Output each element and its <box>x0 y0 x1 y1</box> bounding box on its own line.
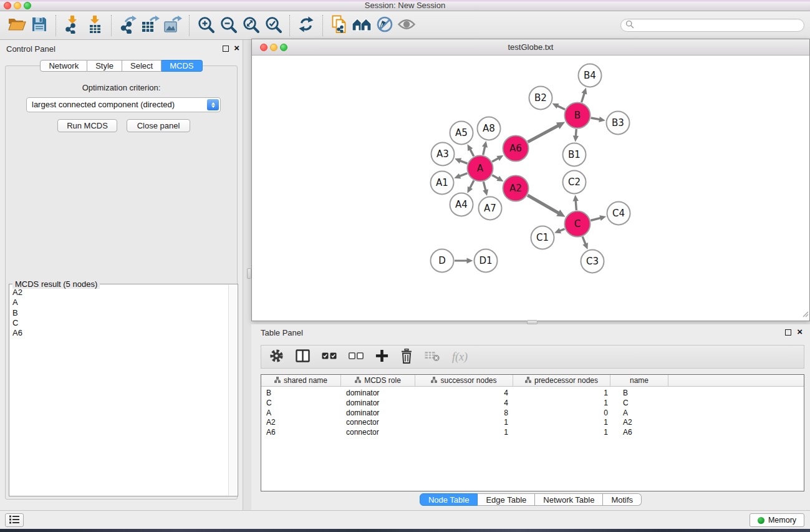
tab-mcds[interactable]: MCDS <box>162 60 202 72</box>
edge-A-A6[interactable] <box>492 158 498 162</box>
delete-column-button[interactable] <box>400 347 413 366</box>
open-session-button[interactable] <box>6 14 28 37</box>
mcds-result-list[interactable]: A2ABCA6 <box>10 286 228 495</box>
table-row[interactable]: A6connector11A6 <box>261 428 804 438</box>
export-network-button[interactable] <box>117 14 139 37</box>
zoom-in-button[interactable] <box>195 14 217 37</box>
table-cell: B <box>261 389 341 399</box>
close-panel-icon[interactable]: × <box>797 327 803 336</box>
search-field[interactable] <box>620 19 804 32</box>
edge-B-B3[interactable] <box>591 118 600 120</box>
network-canvas[interactable]: B4B2BB3A8A5A6A3B1AA1C2A2A4A7C4CC1C3DD1 <box>252 56 809 321</box>
column-header-mcds-role[interactable]: MCDS role <box>341 375 415 386</box>
column-header-name[interactable]: name <box>610 375 668 386</box>
resize-grip-icon[interactable] <box>801 309 809 320</box>
edge-A6-B[interactable] <box>528 125 558 142</box>
zoom-out-button[interactable] <box>217 14 239 37</box>
column-header-shared-name[interactable]: shared name <box>261 375 341 386</box>
tab-node-table[interactable]: Node Table <box>420 493 478 506</box>
vertical-split-handle[interactable] <box>247 268 251 279</box>
edge-C-C4[interactable] <box>591 218 600 220</box>
node-label-C: C <box>574 218 581 230</box>
network-graph: B4B2BB3A8A5A6A3B1AA1C2A2A4A7C4CC1C3DD1 <box>252 56 809 322</box>
node-label-A8: A8 <box>483 123 495 134</box>
function-builder-button[interactable]: f(x) <box>452 347 468 366</box>
float-window-icon[interactable] <box>785 329 791 336</box>
criterion-dropdown[interactable]: largest connected component (directed) <box>26 97 221 112</box>
network-window-titlebar[interactable]: testGlobe.txt <box>252 39 809 56</box>
edge-A-A2[interactable] <box>492 175 498 179</box>
tab-select[interactable]: Select <box>122 60 162 72</box>
mcds-result-scrollbar[interactable] <box>228 285 237 495</box>
horizontal-split-handle[interactable] <box>527 320 538 324</box>
edge-arrowhead <box>482 141 488 148</box>
edge-A-A5[interactable] <box>470 149 474 156</box>
control-panel-title: Control Panel <box>6 44 55 54</box>
apply-layout-button[interactable] <box>295 14 317 37</box>
show-all-networks-button[interactable] <box>350 14 373 37</box>
import-table-icon <box>85 15 104 36</box>
show-columns-button[interactable] <box>296 347 310 366</box>
zoom-fit-button[interactable] <box>239 14 262 37</box>
table-row[interactable]: Adominator80A <box>261 409 804 418</box>
select-all-columns-button[interactable] <box>322 347 337 366</box>
tab-style[interactable]: Style <box>87 60 122 72</box>
close-panel-button[interactable]: Close panel <box>127 119 190 132</box>
export-image-button[interactable] <box>162 14 184 37</box>
column-header-successor-nodes[interactable]: successor nodes <box>415 375 513 386</box>
node-table[interactable]: shared nameMCDS rolesuccessor nodesprede… <box>261 374 804 491</box>
table-panel-title: Table Panel <box>261 328 303 337</box>
deselect-all-columns-button[interactable] <box>349 347 364 366</box>
edge-arrowhead <box>467 258 473 263</box>
mcds-result-item[interactable]: A6 <box>12 328 228 338</box>
delete-table-button[interactable] <box>425 347 440 366</box>
import-network-icon <box>63 15 82 36</box>
tab-edge-table[interactable]: Edge Table <box>478 493 535 506</box>
edge-B-B2[interactable] <box>557 106 565 110</box>
mcds-result-item[interactable]: A <box>12 297 228 307</box>
table-cell: C <box>610 399 668 409</box>
edge-A-A8[interactable] <box>483 147 485 155</box>
table-row[interactable]: Cdominator41C <box>261 399 804 409</box>
edge-C-C1[interactable] <box>559 229 564 231</box>
export-table-button[interactable] <box>139 14 162 37</box>
tab-network[interactable]: Network <box>40 60 87 72</box>
float-window-icon[interactable] <box>223 46 229 52</box>
edge-A2-C[interactable] <box>528 195 559 213</box>
panel-menu-button[interactable] <box>5 513 24 527</box>
memory-button[interactable]: Memory <box>750 513 804 527</box>
table-row[interactable]: Bdominator41B <box>261 389 804 399</box>
create-column-button[interactable] <box>375 347 388 366</box>
edge-A-A4[interactable] <box>470 181 474 188</box>
edge-B-B1[interactable] <box>576 129 576 137</box>
table-settings-button[interactable] <box>269 347 284 366</box>
close-panel-icon[interactable]: × <box>234 44 239 52</box>
mcds-result-item[interactable]: C <box>12 318 228 328</box>
search-input[interactable] <box>634 20 804 31</box>
mcds-result-item[interactable]: A2 <box>12 288 228 297</box>
edge-B-B4[interactable] <box>582 93 585 102</box>
new-network-from-selection-button[interactable] <box>328 14 350 37</box>
column-header-predecessor-nodes[interactable]: predecessor nodes <box>513 375 610 386</box>
edge-A-A1[interactable] <box>460 173 468 177</box>
table-row[interactable]: A2connector11A2 <box>261 418 804 428</box>
table-cell: dominator <box>341 409 415 418</box>
save-session-button[interactable] <box>28 14 51 37</box>
search-icon <box>625 20 634 31</box>
edge-C-C2[interactable] <box>576 200 576 210</box>
run-mcds-button[interactable]: Run MCDS <box>57 119 117 132</box>
edge-A-A3[interactable] <box>460 161 468 164</box>
edge-A-A7[interactable] <box>483 181 486 190</box>
hide-annotations-button[interactable] <box>373 14 395 37</box>
table-body: Bdominator41BCdominator41CAdominator80AA… <box>261 387 804 438</box>
edge-C-C3[interactable] <box>582 236 586 244</box>
tab-motifs[interactable]: Motifs <box>603 493 642 506</box>
zoom-selected-button[interactable] <box>262 14 284 37</box>
node-label-A2: A2 <box>509 183 522 194</box>
import-table-button[interactable] <box>84 14 106 37</box>
open-folder-icon <box>7 16 26 34</box>
show-graphics-details-button[interactable] <box>395 14 418 37</box>
tab-network-table[interactable]: Network Table <box>535 493 603 506</box>
mcds-result-item[interactable]: B <box>12 308 228 318</box>
import-network-button[interactable] <box>61 14 84 37</box>
